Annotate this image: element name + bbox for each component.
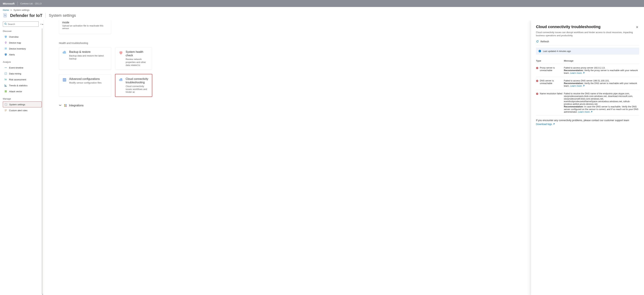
nav-system-settings[interactable]: System settings [3, 102, 42, 107]
side-panel: Cloud connectivity troubleshooting ✕ Clo… [531, 21, 644, 295]
table-row: Proxy server is unreachable Failed to ac… [536, 64, 639, 77]
svg-rect-26 [66, 106, 66, 107]
nav-risk-assessment[interactable]: Risk assessment [3, 77, 42, 83]
brand-label: Microsoft [3, 2, 15, 5]
sidebar-collapse-button[interactable]: « ▴ [40, 23, 43, 25]
nav-label: Attack vector [9, 90, 22, 93]
main-content: mode Upload an activation file to reacti… [44, 21, 644, 295]
tenant-label: Contoso Ltd. - 23.1.3 [20, 2, 42, 5]
stats-icon [4, 84, 7, 87]
footer-note: If you encounter any connectivity proble… [536, 119, 639, 122]
svg-rect-14 [5, 90, 7, 92]
integrations-icon [64, 104, 67, 107]
svg-rect-11 [5, 85, 6, 86]
panel-close-button[interactable]: ✕ [635, 25, 639, 30]
learn-more-link[interactable]: Learn more [570, 72, 584, 74]
refresh-label: Refresh [540, 40, 549, 43]
card-system-health-check[interactable]: System health check Review network prope… [115, 47, 152, 70]
card-desc: Modify sensor configuration files [69, 81, 102, 84]
svg-rect-20 [5, 111, 6, 111]
svg-rect-5 [5, 48, 7, 49]
nav-label: Device map [9, 42, 21, 44]
card-title: Advanced configurations [69, 77, 102, 81]
learn-more-link[interactable]: Learn more [570, 85, 584, 87]
svg-text:</>: </> [63, 79, 66, 81]
nav-label: Device inventory [9, 48, 26, 50]
table-row: Name resolution failed Failed to resolve… [536, 90, 639, 116]
card-desc: Upload an activation file to reactivate … [62, 25, 108, 30]
nav-device-inventory[interactable]: Device inventory [3, 46, 42, 52]
svg-rect-18 [5, 110, 7, 110]
shield-alert-icon [4, 53, 7, 56]
svg-rect-12 [6, 85, 6, 86]
info-icon [538, 50, 541, 53]
error-icon [536, 80, 538, 82]
panel-subtitle: Cloud connectivity issues can disrupt wo… [536, 31, 639, 37]
breadcrumb-home[interactable]: Home [3, 9, 9, 11]
svg-rect-25 [64, 106, 65, 107]
svg-rect-19 [5, 110, 7, 111]
table-row: DNS server is unreachable Failed to acce… [536, 77, 639, 90]
nav-event-timeline[interactable]: Event timeline [3, 65, 42, 71]
row-type: Proxy server is unreachable [540, 66, 564, 72]
issues-table: Type Message Proxy server is unreachable… [536, 58, 639, 116]
inventory-icon [4, 47, 7, 50]
nav-custom-alert-rules[interactable]: Custom alert rules [3, 107, 42, 113]
nav-section-analyze: Analyze [3, 61, 42, 63]
nav-data-mining[interactable]: Data mining [3, 71, 42, 77]
card-desc: Backup data and restore the latest backu… [69, 54, 108, 60]
row-message: Failed to resolve the DNS name of the en… [564, 92, 639, 105]
refresh-icon [536, 40, 539, 43]
nav-overview[interactable]: Overview [3, 34, 42, 40]
last-updated-text: Last updated 4 minutes ago [543, 50, 571, 53]
download-logs-link[interactable]: Download logs [536, 123, 555, 126]
error-icon [536, 93, 538, 95]
chevron-right-icon: ❯ [59, 104, 62, 107]
row-type: Name resolution failed [540, 92, 562, 95]
rec-label: Recommendation: [564, 82, 584, 85]
nav-alerts[interactable]: Alerts [3, 52, 42, 58]
nav-label: Custom alert rules [9, 109, 27, 112]
card-desc: Cloud connectivity issues workflows and … [126, 85, 149, 94]
search-input[interactable] [8, 23, 37, 26]
card-backup-restore[interactable]: Backup & restore Backup data and restore… [59, 47, 111, 70]
row-message: Failed to access DNS server 198.51.100.1… [564, 79, 639, 82]
app-title: Defender for IoT [10, 13, 42, 18]
svg-rect-28 [540, 51, 540, 52]
panel-title: Cloud connectivity troubleshooting [536, 25, 600, 29]
last-updated-banner: Last updated 4 minutes ago [536, 48, 639, 55]
breadcrumb: Home > System settings [0, 7, 644, 12]
card-advanced-configurations[interactable]: </> Advanced configurations Modify senso… [59, 74, 111, 97]
header-divider [46, 13, 46, 18]
refresh-button[interactable]: Refresh [536, 40, 639, 43]
defender-iot-icon [3, 13, 8, 18]
search-box[interactable] [3, 22, 39, 27]
card-cloud-connectivity-troubleshooting[interactable]: Cloud connectivity troubleshooting Cloud… [115, 74, 152, 97]
rules-icon [4, 109, 7, 112]
attack-icon [4, 90, 7, 93]
heartbeat-icon [119, 51, 123, 55]
cloud-wifi-icon [119, 78, 123, 82]
svg-rect-15 [5, 103, 7, 106]
nav-label: Trends & statistics [9, 84, 28, 87]
svg-point-17 [6, 105, 6, 105]
svg-point-29 [540, 50, 540, 51]
learn-more-link[interactable]: Learn more [578, 111, 592, 113]
nav-label: Risk assessment [9, 78, 26, 81]
row-message: Failed to access proxy server 192.0.2.13… [564, 66, 639, 69]
card-activation-mode[interactable]: mode Upload an activation file to reacti… [59, 21, 111, 34]
nav-attack-vector[interactable]: Attack vector [3, 88, 42, 94]
card-title: Backup & restore [69, 50, 108, 54]
svg-rect-6 [5, 49, 7, 50]
svg-point-2 [5, 23, 6, 25]
svg-point-4 [6, 42, 6, 43]
risk-icon [4, 78, 7, 81]
nav-label: Overview [9, 36, 18, 38]
nav-label: Event timeline [9, 66, 23, 69]
sidebar-scrollbar[interactable] [42, 29, 43, 294]
nav-device-map[interactable]: Device map [3, 40, 42, 46]
card-title: mode [62, 21, 108, 24]
nav-trends-stats[interactable]: Trends & statistics [3, 83, 42, 88]
breadcrumb-separator: > [10, 9, 12, 11]
integrations-label: Integrations [69, 104, 84, 107]
